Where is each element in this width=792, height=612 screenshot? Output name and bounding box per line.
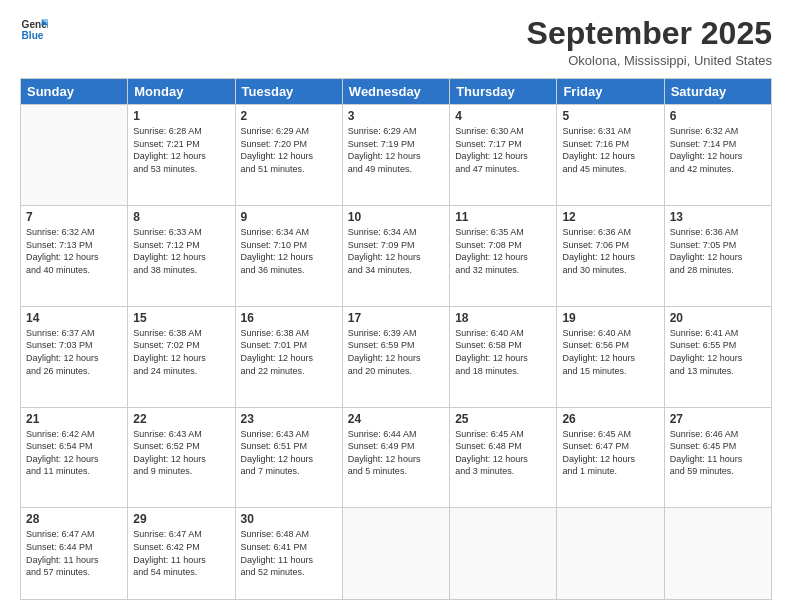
cell-w4-d1: 21Sunrise: 6:42 AM Sunset: 6:54 PM Dayli…: [21, 407, 128, 508]
cell-info: Sunrise: 6:28 AM Sunset: 7:21 PM Dayligh…: [133, 125, 229, 175]
cell-w1-d1: [21, 105, 128, 206]
day-number: 10: [348, 210, 444, 224]
cell-info: Sunrise: 6:32 AM Sunset: 7:14 PM Dayligh…: [670, 125, 766, 175]
cell-w5-d3: 30Sunrise: 6:48 AM Sunset: 6:41 PM Dayli…: [235, 508, 342, 600]
cell-info: Sunrise: 6:33 AM Sunset: 7:12 PM Dayligh…: [133, 226, 229, 276]
cell-info: Sunrise: 6:40 AM Sunset: 6:58 PM Dayligh…: [455, 327, 551, 377]
week-row-3: 14Sunrise: 6:37 AM Sunset: 7:03 PM Dayli…: [21, 306, 772, 407]
day-number: 17: [348, 311, 444, 325]
cell-w5-d1: 28Sunrise: 6:47 AM Sunset: 6:44 PM Dayli…: [21, 508, 128, 600]
day-number: 8: [133, 210, 229, 224]
day-number: 14: [26, 311, 122, 325]
day-number: 13: [670, 210, 766, 224]
cell-w3-d3: 16Sunrise: 6:38 AM Sunset: 7:01 PM Dayli…: [235, 306, 342, 407]
cell-info: Sunrise: 6:37 AM Sunset: 7:03 PM Dayligh…: [26, 327, 122, 377]
cell-info: Sunrise: 6:47 AM Sunset: 6:44 PM Dayligh…: [26, 528, 122, 578]
col-tuesday: Tuesday: [235, 79, 342, 105]
cell-w4-d6: 26Sunrise: 6:45 AM Sunset: 6:47 PM Dayli…: [557, 407, 664, 508]
cell-w3-d5: 18Sunrise: 6:40 AM Sunset: 6:58 PM Dayli…: [450, 306, 557, 407]
cell-info: Sunrise: 6:42 AM Sunset: 6:54 PM Dayligh…: [26, 428, 122, 478]
header-row: Sunday Monday Tuesday Wednesday Thursday…: [21, 79, 772, 105]
cell-w5-d2: 29Sunrise: 6:47 AM Sunset: 6:42 PM Dayli…: [128, 508, 235, 600]
location: Okolona, Mississippi, United States: [527, 53, 772, 68]
day-number: 28: [26, 512, 122, 526]
day-number: 6: [670, 109, 766, 123]
month-title: September 2025: [527, 16, 772, 51]
cell-w2-d6: 12Sunrise: 6:36 AM Sunset: 7:06 PM Dayli…: [557, 205, 664, 306]
cell-w4-d2: 22Sunrise: 6:43 AM Sunset: 6:52 PM Dayli…: [128, 407, 235, 508]
day-number: 7: [26, 210, 122, 224]
title-block: September 2025 Okolona, Mississippi, Uni…: [527, 16, 772, 68]
logo: General Blue: [20, 16, 48, 44]
cell-info: Sunrise: 6:43 AM Sunset: 6:51 PM Dayligh…: [241, 428, 337, 478]
day-number: 16: [241, 311, 337, 325]
cell-w1-d4: 3Sunrise: 6:29 AM Sunset: 7:19 PM Daylig…: [342, 105, 449, 206]
col-friday: Friday: [557, 79, 664, 105]
day-number: 15: [133, 311, 229, 325]
cell-info: Sunrise: 6:38 AM Sunset: 7:01 PM Dayligh…: [241, 327, 337, 377]
week-row-2: 7Sunrise: 6:32 AM Sunset: 7:13 PM Daylig…: [21, 205, 772, 306]
cell-w2-d4: 10Sunrise: 6:34 AM Sunset: 7:09 PM Dayli…: [342, 205, 449, 306]
cell-info: Sunrise: 6:46 AM Sunset: 6:45 PM Dayligh…: [670, 428, 766, 478]
logo-icon: General Blue: [20, 16, 48, 44]
day-number: 23: [241, 412, 337, 426]
day-number: 12: [562, 210, 658, 224]
cell-w2-d5: 11Sunrise: 6:35 AM Sunset: 7:08 PM Dayli…: [450, 205, 557, 306]
cell-info: Sunrise: 6:47 AM Sunset: 6:42 PM Dayligh…: [133, 528, 229, 578]
day-number: 25: [455, 412, 551, 426]
cell-info: Sunrise: 6:32 AM Sunset: 7:13 PM Dayligh…: [26, 226, 122, 276]
cell-info: Sunrise: 6:30 AM Sunset: 7:17 PM Dayligh…: [455, 125, 551, 175]
cell-info: Sunrise: 6:36 AM Sunset: 7:05 PM Dayligh…: [670, 226, 766, 276]
cell-info: Sunrise: 6:44 AM Sunset: 6:49 PM Dayligh…: [348, 428, 444, 478]
header: General Blue September 2025 Okolona, Mis…: [20, 16, 772, 68]
cell-info: Sunrise: 6:43 AM Sunset: 6:52 PM Dayligh…: [133, 428, 229, 478]
cell-info: Sunrise: 6:48 AM Sunset: 6:41 PM Dayligh…: [241, 528, 337, 578]
cell-w5-d4: [342, 508, 449, 600]
svg-text:Blue: Blue: [22, 30, 44, 41]
cell-info: Sunrise: 6:39 AM Sunset: 6:59 PM Dayligh…: [348, 327, 444, 377]
day-number: 18: [455, 311, 551, 325]
day-number: 27: [670, 412, 766, 426]
cell-w4-d4: 24Sunrise: 6:44 AM Sunset: 6:49 PM Dayli…: [342, 407, 449, 508]
cell-w3-d1: 14Sunrise: 6:37 AM Sunset: 7:03 PM Dayli…: [21, 306, 128, 407]
cell-info: Sunrise: 6:34 AM Sunset: 7:10 PM Dayligh…: [241, 226, 337, 276]
cell-w3-d4: 17Sunrise: 6:39 AM Sunset: 6:59 PM Dayli…: [342, 306, 449, 407]
cell-w3-d2: 15Sunrise: 6:38 AM Sunset: 7:02 PM Dayli…: [128, 306, 235, 407]
day-number: 26: [562, 412, 658, 426]
cell-w5-d7: [664, 508, 771, 600]
cell-w3-d7: 20Sunrise: 6:41 AM Sunset: 6:55 PM Dayli…: [664, 306, 771, 407]
cell-info: Sunrise: 6:45 AM Sunset: 6:47 PM Dayligh…: [562, 428, 658, 478]
cell-w3-d6: 19Sunrise: 6:40 AM Sunset: 6:56 PM Dayli…: [557, 306, 664, 407]
cell-info: Sunrise: 6:45 AM Sunset: 6:48 PM Dayligh…: [455, 428, 551, 478]
day-number: 1: [133, 109, 229, 123]
cell-w5-d5: [450, 508, 557, 600]
week-row-1: 1Sunrise: 6:28 AM Sunset: 7:21 PM Daylig…: [21, 105, 772, 206]
cell-info: Sunrise: 6:41 AM Sunset: 6:55 PM Dayligh…: [670, 327, 766, 377]
col-wednesday: Wednesday: [342, 79, 449, 105]
cell-info: Sunrise: 6:31 AM Sunset: 7:16 PM Dayligh…: [562, 125, 658, 175]
col-saturday: Saturday: [664, 79, 771, 105]
cell-w1-d3: 2Sunrise: 6:29 AM Sunset: 7:20 PM Daylig…: [235, 105, 342, 206]
cell-w5-d6: [557, 508, 664, 600]
cell-w2-d7: 13Sunrise: 6:36 AM Sunset: 7:05 PM Dayli…: [664, 205, 771, 306]
cell-info: Sunrise: 6:29 AM Sunset: 7:19 PM Dayligh…: [348, 125, 444, 175]
week-row-4: 21Sunrise: 6:42 AM Sunset: 6:54 PM Dayli…: [21, 407, 772, 508]
cell-info: Sunrise: 6:34 AM Sunset: 7:09 PM Dayligh…: [348, 226, 444, 276]
cell-w1-d2: 1Sunrise: 6:28 AM Sunset: 7:21 PM Daylig…: [128, 105, 235, 206]
cell-w2-d2: 8Sunrise: 6:33 AM Sunset: 7:12 PM Daylig…: [128, 205, 235, 306]
cell-info: Sunrise: 6:35 AM Sunset: 7:08 PM Dayligh…: [455, 226, 551, 276]
day-number: 21: [26, 412, 122, 426]
page: General Blue September 2025 Okolona, Mis…: [0, 0, 792, 612]
col-thursday: Thursday: [450, 79, 557, 105]
cell-w1-d6: 5Sunrise: 6:31 AM Sunset: 7:16 PM Daylig…: [557, 105, 664, 206]
day-number: 5: [562, 109, 658, 123]
calendar-table: Sunday Monday Tuesday Wednesday Thursday…: [20, 78, 772, 600]
cell-info: Sunrise: 6:40 AM Sunset: 6:56 PM Dayligh…: [562, 327, 658, 377]
cell-info: Sunrise: 6:36 AM Sunset: 7:06 PM Dayligh…: [562, 226, 658, 276]
col-monday: Monday: [128, 79, 235, 105]
cell-w2-d3: 9Sunrise: 6:34 AM Sunset: 7:10 PM Daylig…: [235, 205, 342, 306]
day-number: 30: [241, 512, 337, 526]
col-sunday: Sunday: [21, 79, 128, 105]
day-number: 19: [562, 311, 658, 325]
cell-w4-d7: 27Sunrise: 6:46 AM Sunset: 6:45 PM Dayli…: [664, 407, 771, 508]
